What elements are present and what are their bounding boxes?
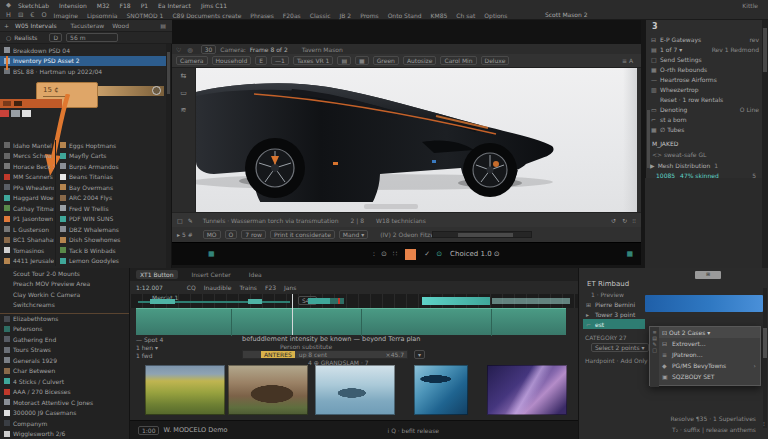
clip-f[interactable] [492, 298, 570, 304]
property-row[interactable]: — Heartrose Airforms [646, 74, 763, 84]
clip-row[interactable]: Dish Showhomes [56, 235, 165, 246]
pencil-icon[interactable]: ✎ [188, 217, 193, 224]
bin-row[interactable]: Mercs Schwa [0, 151, 54, 162]
teal-circle-icon[interactable]: ⊙ [436, 250, 442, 258]
toolbar-button[interactable]: Onto Stand [388, 12, 422, 19]
option-chip[interactable]: Print it considerate [270, 230, 335, 239]
radio-icon[interactable]: ○ [6, 34, 11, 41]
filter-input[interactable]: 56 m [66, 33, 118, 42]
timeline-thumbnail[interactable] [487, 365, 567, 415]
menu-item[interactable]: Intension [59, 2, 87, 9]
clip-row[interactable]: DBZ Whalemans [56, 224, 165, 235]
option-chip[interactable]: 7 row [241, 230, 266, 239]
timeline-tool[interactable]: CQ [187, 284, 196, 291]
bin-item[interactable]: Gathering End [0, 334, 129, 345]
bin-item[interactable]: Tours Straws [0, 345, 129, 356]
toolbar-button[interactable]: JB 2 [340, 12, 352, 19]
clip-row[interactable]: Tack B Winbads [56, 245, 165, 256]
toolbar-icon[interactable]: € [30, 11, 34, 19]
clip-row[interactable]: Bay Overmans [56, 182, 165, 193]
toolbar-button[interactable]: Options [484, 12, 507, 19]
toolbar-button[interactable]: SNOTMOD 1 [126, 12, 163, 19]
clip-row[interactable]: PDF WIN SUNS [56, 214, 165, 225]
toolbar-icon[interactable]: ⊟ [18, 11, 23, 19]
toolbar-button[interactable]: Ch sat [456, 12, 475, 19]
property-row[interactable]: ▦ ∅ Tubes [646, 124, 763, 134]
camera-value[interactable]: Frame 8 of 2 [250, 46, 288, 53]
timecode[interactable]: 1:12.007 [136, 284, 163, 291]
grid-icon-teal-left[interactable]: ▦ [208, 250, 215, 258]
viewer-tool-button[interactable]: Taxes VR 1 [293, 56, 333, 65]
bin-item[interactable]: Switchcreams [0, 300, 129, 311]
track-control-row[interactable]: 1 fwd [136, 352, 236, 360]
toolbar-button[interactable]: Imagine [54, 12, 78, 19]
property-row[interactable]: ⊟ E-P Gateways rev [646, 34, 763, 44]
viewer-tool-button[interactable]: Household [212, 56, 252, 65]
timeline-tab[interactable]: Idea [245, 270, 266, 279]
clip-row[interactable]: Lemon Goodyles [56, 256, 165, 267]
check-icon[interactable]: ✓ [424, 250, 430, 258]
undo-icon[interactable]: ↺ [611, 217, 616, 224]
toolbar-button[interactable]: C89 Documents create [172, 12, 241, 19]
menu-item[interactable]: P1 [141, 2, 148, 9]
property-row[interactable]: ▭ Denoting O Line [646, 104, 763, 114]
toolbar-button[interactable]: Phrases [250, 12, 274, 19]
timeline-tool[interactable]: Jans [284, 284, 296, 291]
property-row[interactable]: ▦ O-rth Rebounds [646, 64, 763, 74]
clip-d[interactable] [330, 298, 344, 304]
bin-item[interactable]: Petersons [0, 324, 129, 335]
bin-row[interactable]: MM Scanners 4 [0, 172, 54, 183]
viewer-tool-button[interactable]: ▦ [355, 56, 369, 65]
add-icon[interactable]: + [4, 22, 9, 29]
window-scrollbar[interactable] [762, 20, 768, 270]
timeline-thumbnail[interactable] [315, 365, 395, 415]
clip-b[interactable] [248, 299, 262, 304]
bin-item[interactable]: Preach MOV Preview Area [0, 279, 129, 290]
heart-icon[interactable]: ♡ [176, 46, 181, 53]
bin-item[interactable]: Wigglesworth 2/6 [0, 429, 129, 439]
context-menu-title[interactable]: ⊡ Out 2 Cases ▾ [650, 327, 760, 338]
properties-scrollbar[interactable] [647, 110, 650, 168]
property-row[interactable]: ▥ Wheezertrop [646, 84, 763, 94]
mesh-row[interactable]: ▶ Mesh Distribution 1 [650, 162, 760, 169]
frame-icon[interactable]: □ [177, 217, 183, 224]
bin-item[interactable]: AAA / 270 Bicesses [0, 387, 129, 398]
dot-circle-icon[interactable]: ⊙ [381, 250, 387, 258]
gutter-tool-icon[interactable]: ≋ [181, 106, 187, 114]
property-row[interactable]: □ Send Settings [646, 54, 763, 64]
toolbar-icon[interactable]: O [41, 11, 46, 19]
clip-row[interactable]: Mayfly Carts [56, 151, 165, 162]
effects-row[interactable]: ▸ Tower 3 point [583, 309, 645, 319]
bin-row[interactable]: Idaho Mantel [0, 140, 54, 151]
bin-row[interactable]: PPa Wheatens [0, 182, 54, 193]
viewer-tool-button[interactable]: Green [373, 56, 399, 65]
bin-item[interactable]: Generals 1929 [0, 355, 129, 366]
menu-item[interactable]: SketchLab [18, 2, 49, 9]
orange-swatch[interactable] [405, 249, 416, 260]
grid-icon-teal-right[interactable]: ▦ [626, 250, 633, 258]
bin-row[interactable]: Tomasinos [0, 245, 54, 256]
top-chip[interactable]: ⊞ [695, 271, 721, 279]
toolbar-button[interactable]: KM85 [431, 12, 448, 19]
toolbar-button[interactable]: Classic [310, 12, 331, 19]
d-chip[interactable]: D [49, 33, 62, 42]
clip-row[interactable]: Burps Armandos [56, 161, 165, 172]
bin-item[interactable]: 300000 J9 Casemans [0, 408, 129, 419]
clip-c[interactable] [308, 298, 330, 304]
bin-item[interactable]: Char Between [0, 366, 129, 377]
clip-e[interactable] [422, 297, 490, 305]
menu-item[interactable]: F18 [120, 2, 131, 9]
bin-item[interactable]: Elizabethtowns [0, 313, 129, 324]
clip-a[interactable] [150, 299, 175, 304]
swatch-gray[interactable] [11, 110, 20, 117]
swatch-white[interactable] [22, 110, 31, 117]
bin-row[interactable]: L Gusterson [0, 224, 54, 235]
clip-row[interactable]: ARC 2004 Flys [56, 193, 165, 204]
menu-item[interactable]: M32 [97, 2, 110, 9]
clip-row[interactable]: Fred W Trellis [56, 203, 165, 214]
viewer-toolbar-right[interactable]: ≡ A [622, 57, 633, 64]
viewer-tool-button[interactable]: E [255, 56, 267, 65]
property-row[interactable]: Reset · 1 row Rentals [646, 94, 763, 104]
panel-tab-1[interactable]: Tacusteraw [71, 22, 105, 29]
property-row[interactable]: ⌐ st a born [646, 114, 763, 124]
